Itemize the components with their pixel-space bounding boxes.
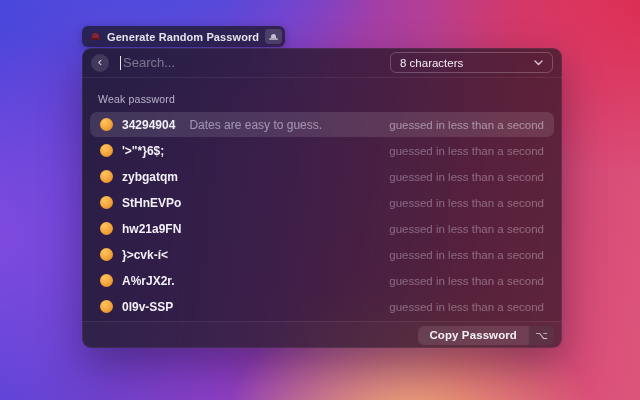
search-bar: ‹ Search... 8 characters <box>82 48 562 78</box>
guess-time-label: guessed in less than a second <box>389 171 544 183</box>
guess-time-label: guessed in less than a second <box>389 301 544 313</box>
guess-time-label: guessed in less than a second <box>389 145 544 157</box>
option-key-icon: ⌥ <box>528 326 554 345</box>
text-cursor <box>120 56 121 70</box>
weak-strength-icon <box>100 170 113 183</box>
password-text: 0l9v-SSP <box>122 300 173 314</box>
password-row[interactable]: StHnEVPo guessed in less than a second <box>90 190 554 215</box>
desktop-background: Generate Random Password ‹ Search... 8 c… <box>0 0 640 400</box>
password-text: hw21a9FN <box>122 222 181 236</box>
keyword-chip <box>265 29 282 44</box>
password-row[interactable]: }>cvk-í< guessed in less than a second <box>90 242 554 267</box>
password-row[interactable]: '>"*}6$; guessed in less than a second <box>90 138 554 163</box>
guess-time-label: guessed in less than a second <box>389 119 544 131</box>
guess-time-label: guessed in less than a second <box>389 197 544 209</box>
copy-password-button[interactable]: Copy Password ⌥ <box>418 326 554 345</box>
bowler-hat-icon <box>269 33 278 40</box>
guess-time-label: guessed in less than a second <box>389 249 544 261</box>
workflow-title: Generate Random Password <box>107 31 259 43</box>
back-chevron-icon: ‹ <box>98 55 102 68</box>
password-length-dropdown[interactable]: 8 characters <box>390 52 553 73</box>
results-list: Weak password 34294904 Dates are easy to… <box>82 78 562 321</box>
action-bar: Copy Password ⌥ <box>82 321 562 348</box>
weak-strength-icon <box>100 144 113 157</box>
back-button[interactable]: ‹ <box>91 54 109 72</box>
password-row[interactable]: hw21a9FN guessed in less than a second <box>90 216 554 241</box>
chevron-down-icon <box>534 60 543 66</box>
password-text: '>"*}6$; <box>122 144 164 158</box>
bowler-hat-icon <box>90 32 101 41</box>
section-header: Weak password <box>98 93 546 105</box>
guess-time-label: guessed in less than a second <box>389 223 544 235</box>
dropdown-selected-value: 8 characters <box>400 57 463 69</box>
password-row[interactable]: A%rJX2r. guessed in less than a second <box>90 268 554 293</box>
password-note: Dates are easy to guess. <box>189 118 322 132</box>
password-row[interactable]: 0l9v-SSP guessed in less than a second <box>90 294 554 319</box>
workflow-title-pill[interactable]: Generate Random Password <box>82 26 285 47</box>
weak-strength-icon <box>100 248 113 261</box>
weak-strength-icon <box>100 118 113 131</box>
password-text: }>cvk-í< <box>122 248 168 262</box>
password-row[interactable]: zybgatqm guessed in less than a second <box>90 164 554 189</box>
password-text: zybgatqm <box>122 170 178 184</box>
password-text: 34294904 <box>122 118 175 132</box>
weak-strength-icon <box>100 274 113 287</box>
password-generator-window: ‹ Search... 8 characters Weak password 3… <box>82 48 562 348</box>
password-text: A%rJX2r. <box>122 274 175 288</box>
weak-strength-icon <box>100 300 113 313</box>
copy-password-label: Copy Password <box>418 326 528 345</box>
weak-strength-icon <box>100 196 113 209</box>
password-row[interactable]: 34294904 Dates are easy to guess. guesse… <box>90 112 554 137</box>
search-input[interactable]: Search... <box>123 55 175 70</box>
guess-time-label: guessed in less than a second <box>389 275 544 287</box>
weak-strength-icon <box>100 222 113 235</box>
password-text: StHnEVPo <box>122 196 181 210</box>
